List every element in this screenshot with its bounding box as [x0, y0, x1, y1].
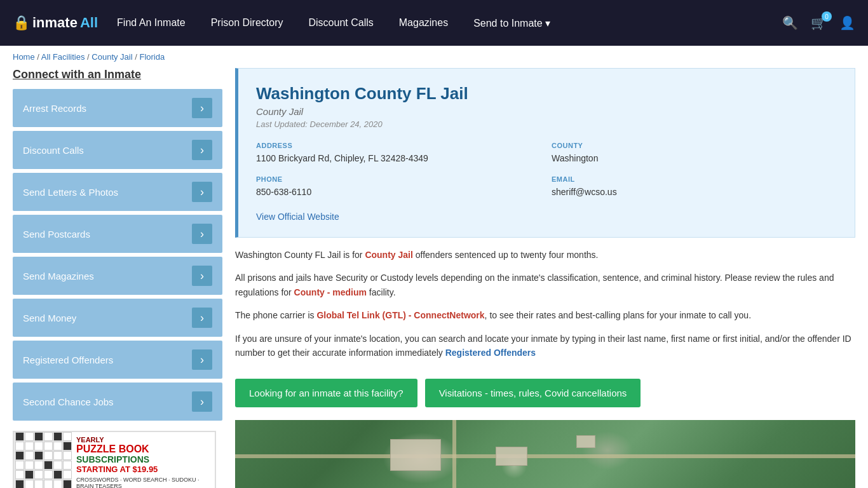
ad-yearly-label: YEARLY [76, 436, 210, 444]
ad-types-label: CROSSWORDS · WORD SEARCH · SUDOKU · BRAI… [76, 477, 210, 488]
user-icon[interactable]: 👤 [839, 15, 855, 30]
nav-magazines[interactable]: Magazines [399, 17, 448, 29]
action-buttons: Looking for an inmate at this facility? … [235, 379, 855, 407]
find-inmate-button[interactable]: Looking for an inmate at this facility? [235, 379, 417, 407]
desc-para-2: All prisons and jails have Security or C… [235, 271, 855, 299]
desc-para-1: Washington County FL Jail is for County … [235, 248, 855, 262]
logo-text-all: All [80, 15, 98, 31]
ad-sub-label: SUBSCRIPTIONS [76, 454, 210, 464]
ad-puzzle-grid [14, 431, 71, 488]
email-value: sheriff@wcso.us [552, 186, 837, 199]
breadcrumb-florida[interactable]: Florida [139, 52, 165, 62]
jail-type: County Jail [256, 106, 837, 117]
cart-icon[interactable]: 🛒 0 [811, 15, 827, 30]
arrow-icon-send-money: › [192, 308, 212, 328]
building-small [576, 435, 595, 448]
arrow-icon-registered-offenders: › [192, 349, 212, 370]
county-label: COUNTY [552, 142, 837, 149]
county-value: Washington [552, 152, 837, 165]
cart-badge: 0 [822, 11, 832, 22]
jail-updated: Last Updated: December 24, 2020 [256, 119, 837, 129]
phone-block: PHONE 850-638-6110 [256, 175, 541, 199]
sidebar: Connect with an Inmate Arrest Records › … [13, 68, 222, 488]
road-vertical [452, 420, 456, 488]
gtl-link[interactable]: Global Tel Link (GTL) - ConnectNetwork [316, 310, 484, 320]
jail-name: Washington County FL Jail [256, 84, 837, 104]
site-header: 🔒 inmate All Find An Inmate Prison Direc… [0, 0, 868, 46]
ad-puzzle-label: PUZZLE BOOK [76, 444, 210, 455]
road-horizontal [235, 454, 855, 458]
sidebar-label-second-chance-jobs: Second Chance Jobs [23, 396, 114, 407]
sidebar-label-send-magazines: Send Magazines [23, 271, 94, 281]
sidebar-label-send-letters-photos: Send Letters & Photos [23, 187, 118, 198]
sidebar-label-registered-offenders: Registered Offenders [23, 355, 113, 365]
address-label: ADDRESS [256, 142, 541, 149]
logo-text-inmate: inmate [32, 15, 78, 31]
arrow-icon-send-postcards: › [192, 224, 212, 244]
nav-discount-calls[interactable]: Discount Calls [308, 17, 373, 29]
official-website-link[interactable]: View Official Website [256, 212, 339, 222]
sidebar-item-discount-calls[interactable]: Discount Calls › [13, 131, 222, 169]
email-block: EMAIL sheriff@wcso.us [552, 175, 837, 199]
jail-description: Washington County FL Jail is for County … [235, 248, 855, 379]
ad-banner[interactable]: YEARLY PUZZLE BOOK SUBSCRIPTIONS STARTIN… [13, 431, 216, 488]
logo-icon: 🔒 [13, 15, 30, 31]
main-content: Washington County FL Jail County Jail La… [235, 68, 855, 488]
phone-label: PHONE [256, 175, 541, 183]
arrow-icon-send-magazines: › [192, 266, 212, 286]
building-main [390, 439, 441, 471]
info-grid: ADDRESS 1100 Brickyard Rd, Chipley, FL 3… [256, 142, 837, 199]
breadcrumb-all-facilities[interactable]: All Facilities [41, 52, 85, 62]
breadcrumb-home[interactable]: Home [13, 52, 35, 62]
site-logo[interactable]: 🔒 inmate All [13, 15, 98, 31]
sidebar-item-send-letters-photos[interactable]: Send Letters & Photos › [13, 173, 222, 211]
arrow-icon-send-letters-photos: › [192, 182, 212, 202]
main-nav: Find An Inmate Prison Directory Discount… [117, 17, 763, 29]
registered-offenders-link[interactable]: Registered Offenders [445, 348, 536, 358]
main-layout: Connect with an Inmate Arrest Records › … [0, 68, 868, 488]
nav-prison-directory[interactable]: Prison Directory [211, 17, 283, 29]
sidebar-item-send-postcards[interactable]: Send Postcards › [13, 215, 222, 253]
phone-value: 850-638-6110 [256, 186, 541, 199]
county-jail-link-1[interactable]: County Jail [365, 250, 412, 260]
arrow-icon-discount-calls: › [192, 140, 212, 160]
county-block: COUNTY Washington [552, 142, 837, 165]
sidebar-title: Connect with an Inmate [13, 68, 222, 81]
sidebar-label-send-postcards: Send Postcards [23, 229, 90, 240]
sidebar-label-send-money: Send Money [23, 313, 76, 323]
nav-send-to-inmate[interactable]: Send to Inmate ▾ [473, 17, 550, 29]
arrow-icon-second-chance-jobs: › [192, 391, 212, 412]
sidebar-label-arrest-records: Arrest Records [23, 103, 86, 114]
breadcrumb: Home / All Facilities / County Jail / Fl… [0, 46, 868, 68]
breadcrumb-county-jail[interactable]: County Jail [92, 52, 132, 62]
desc-para-3: The phone carrier is Global Tel Link (GT… [235, 308, 855, 322]
sidebar-item-second-chance-jobs[interactable]: Second Chance Jobs › [13, 383, 222, 421]
search-icon[interactable]: 🔍 [782, 15, 798, 30]
email-label: EMAIL [552, 175, 837, 183]
county-medium-link[interactable]: County - medium [294, 287, 367, 297]
sidebar-item-registered-offenders[interactable]: Registered Offenders › [13, 341, 222, 379]
ad-price-label: STARTING AT $19.95 [76, 464, 210, 474]
jail-card: Washington County FL Jail County Jail La… [235, 68, 855, 238]
sidebar-item-send-magazines[interactable]: Send Magazines › [13, 257, 222, 295]
desc-para-4: If you are unsure of your inmate's locat… [235, 332, 855, 360]
header-icons: 🔍 🛒 0 👤 [782, 15, 855, 30]
address-block: ADDRESS 1100 Brickyard Rd, Chipley, FL 3… [256, 142, 541, 165]
ad-text-area: YEARLY PUZZLE BOOK SUBSCRIPTIONS STARTIN… [71, 431, 215, 488]
visitation-button[interactable]: Visitations - times, rules, Covid cancel… [425, 379, 641, 407]
arrow-icon-arrest-records: › [192, 98, 212, 118]
address-value: 1100 Brickyard Rd, Chipley, FL 32428-434… [256, 152, 541, 165]
sidebar-item-send-money[interactable]: Send Money › [13, 299, 222, 337]
aerial-image [235, 420, 855, 488]
building-secondary [496, 447, 527, 466]
sidebar-menu: Arrest Records › Discount Calls › Send L… [13, 89, 222, 421]
nav-find-inmate[interactable]: Find An Inmate [117, 17, 186, 29]
sidebar-item-arrest-records[interactable]: Arrest Records › [13, 89, 222, 127]
sidebar-label-discount-calls: Discount Calls [23, 145, 84, 156]
